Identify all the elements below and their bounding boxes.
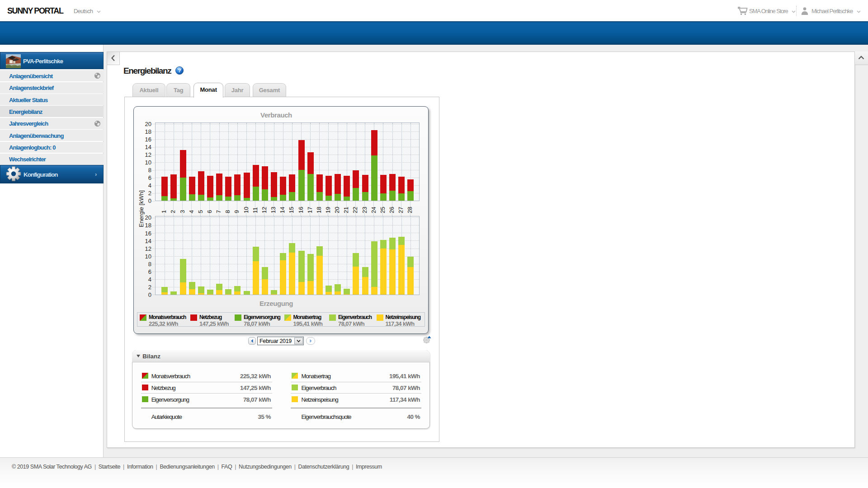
svg-text:?: ? <box>178 68 181 73</box>
